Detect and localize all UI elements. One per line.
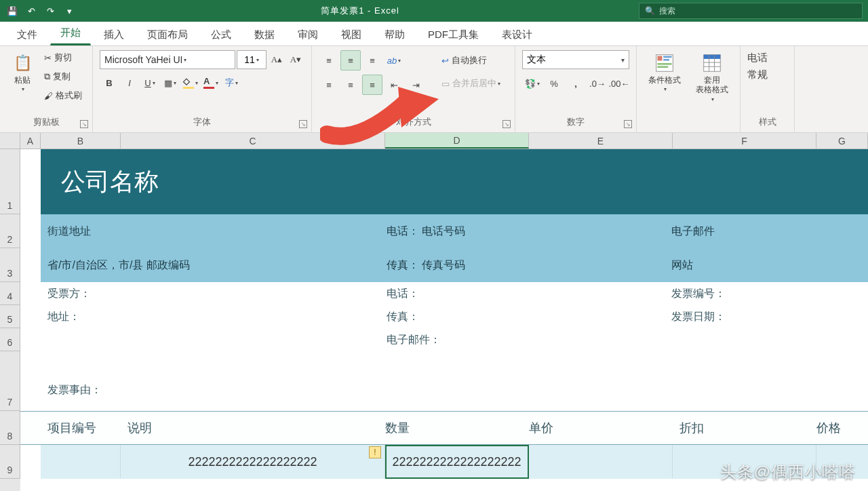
company-banner[interactable]: 公司名称: [41, 149, 868, 214]
tab-data[interactable]: 数据: [244, 22, 285, 45]
cell-demail[interactable]: 电子邮件：: [387, 333, 671, 347]
orientation-button[interactable]: ab: [384, 50, 404, 71]
cell-web[interactable]: 网站: [671, 258, 868, 273]
name-ref-b[interactable]: 常规: [747, 68, 768, 81]
col-A[interactable]: A: [20, 133, 41, 149]
cell-reason[interactable]: 发票事由：: [41, 383, 387, 397]
select-all-corner[interactable]: [0, 133, 20, 149]
percent-format-button[interactable]: %: [544, 73, 564, 94]
cell-E9[interactable]: [529, 445, 673, 479]
tab-view[interactable]: 视图: [331, 22, 372, 45]
redo-button[interactable]: ↷: [42, 3, 58, 18]
qat-more-button[interactable]: ▾: [61, 3, 77, 18]
number-dialog-launcher[interactable]: ↘: [624, 120, 632, 128]
shrink-font-button[interactable]: A▾: [287, 51, 304, 68]
merge-center-button[interactable]: ▭合并后居中: [438, 73, 504, 94]
th-qty[interactable]: 数量: [385, 420, 529, 436]
font-dialog-launcher[interactable]: ↘: [299, 120, 307, 128]
tab-tabledesign[interactable]: 表设计: [492, 22, 542, 45]
worksheet-grid[interactable]: 1 2 3 4 5 6 7 8 9 公司名称 街道地址 电话： 电话号码 电子邮…: [0, 149, 868, 491]
th-unit[interactable]: 单价: [529, 420, 673, 436]
row-7[interactable]: 7: [0, 351, 20, 411]
th-itemno[interactable]: 项目编号: [41, 420, 121, 436]
paste-button[interactable]: 📋 粘贴: [7, 49, 38, 96]
number-format-combo[interactable]: 文本▾: [522, 50, 629, 69]
font-size-combo[interactable]: 11: [237, 50, 267, 69]
align-middle-button[interactable]: ≡: [340, 50, 361, 71]
underline-button[interactable]: U: [140, 73, 159, 92]
cell-invdate[interactable]: 发票日期：: [671, 310, 868, 324]
cell-region[interactable]: 省/市/自治区，市/县 邮政编码: [41, 258, 387, 273]
tab-pdf[interactable]: PDF工具集: [418, 22, 489, 45]
decrease-indent-button[interactable]: ⇤: [384, 75, 404, 95]
font-color-button[interactable]: A: [201, 73, 220, 92]
tab-home[interactable]: 开始: [50, 20, 91, 45]
row-5[interactable]: 5: [0, 305, 20, 328]
cell-B9[interactable]: [41, 445, 121, 479]
cell-billto[interactable]: 受票方：: [41, 287, 387, 301]
align-bottom-button[interactable]: ≡: [362, 50, 382, 71]
row-4[interactable]: 4: [0, 282, 20, 305]
wrap-text-button[interactable]: ↩自动换行: [438, 50, 504, 71]
cell-C9[interactable]: 2222222222222222222: [121, 445, 385, 479]
row-3[interactable]: 3: [0, 248, 20, 282]
copy-button[interactable]: ⧉复制: [41, 68, 85, 85]
tab-layout[interactable]: 页面布局: [137, 22, 198, 45]
border-button[interactable]: ▦: [161, 73, 180, 92]
align-top-button[interactable]: ≡: [319, 50, 339, 71]
tab-file[interactable]: 文件: [7, 22, 47, 45]
sheet-content[interactable]: 公司名称 街道地址 电话： 电话号码 电子邮件 省/市/自治区，市/县 邮政编码…: [20, 149, 868, 491]
error-indicator-icon[interactable]: !: [369, 446, 381, 458]
cell-street[interactable]: 街道地址: [41, 224, 387, 239]
col-C[interactable]: C: [121, 133, 385, 149]
row-9[interactable]: 9: [0, 445, 20, 479]
alignment-dialog-launcher[interactable]: ↘: [502, 120, 511, 128]
format-as-table-button[interactable]: 套用 表格格式: [691, 49, 733, 106]
tab-review[interactable]: 审阅: [288, 22, 328, 45]
th-price[interactable]: 价格: [816, 420, 868, 436]
align-center-button[interactable]: ≡: [340, 75, 361, 95]
cell-email[interactable]: 电子邮件: [671, 224, 868, 239]
th-desc[interactable]: 说明: [121, 420, 385, 436]
row-8[interactable]: 8: [0, 411, 20, 445]
cell-billaddr[interactable]: 地址：: [41, 310, 387, 324]
cut-button[interactable]: ✂剪切: [41, 49, 85, 66]
align-left-button[interactable]: ≡: [319, 75, 339, 95]
bold-button[interactable]: B: [100, 73, 119, 92]
font-name-combo[interactable]: Microsoft YaHei UI: [100, 50, 235, 69]
cell-D9[interactable]: 2222222222222222222: [385, 445, 529, 479]
tab-formulas[interactable]: 公式: [201, 22, 241, 45]
decrease-decimal-button[interactable]: .00←: [609, 73, 629, 94]
col-G[interactable]: G: [816, 133, 868, 149]
undo-button[interactable]: ↶: [23, 3, 39, 18]
fill-color-button[interactable]: ◇: [181, 73, 200, 92]
phonetic-button[interactable]: 字: [222, 73, 241, 92]
col-B[interactable]: B: [41, 133, 121, 149]
align-right-button[interactable]: ≡: [362, 75, 382, 95]
increase-decimal-button[interactable]: .0→: [587, 73, 608, 94]
accounting-format-button[interactable]: 💱: [522, 73, 542, 94]
tab-help[interactable]: 帮助: [374, 22, 415, 45]
italic-button[interactable]: I: [120, 73, 139, 92]
grow-font-button[interactable]: A▴: [268, 51, 285, 68]
increase-indent-button[interactable]: ⇥: [406, 75, 426, 95]
cell-invno[interactable]: 发票编号：: [671, 287, 868, 301]
row-6[interactable]: 6: [0, 328, 20, 351]
row-2[interactable]: 2: [0, 214, 20, 248]
row-1[interactable]: 1: [0, 149, 20, 214]
comma-format-button[interactable]: ,: [566, 73, 586, 94]
th-discount[interactable]: 折扣: [673, 420, 816, 436]
conditional-format-button[interactable]: 条件格式: [644, 49, 686, 96]
name-ref-a[interactable]: 电话: [747, 52, 768, 64]
cell-fax[interactable]: 传真： 传真号码: [387, 258, 671, 273]
save-button[interactable]: 💾: [4, 3, 20, 18]
clipboard-dialog-launcher[interactable]: ↘: [80, 120, 88, 128]
col-D[interactable]: D: [385, 133, 529, 149]
cell-tel[interactable]: 电话： 电话号码: [387, 224, 671, 239]
col-E[interactable]: E: [529, 133, 673, 149]
cell-dtel[interactable]: 电话：: [387, 287, 671, 301]
format-painter-button[interactable]: 🖌格式刷: [41, 87, 85, 104]
cell-dfax[interactable]: 传真：: [387, 310, 671, 324]
col-F[interactable]: F: [673, 133, 816, 149]
search-box[interactable]: 🔍 搜索: [639, 3, 863, 19]
